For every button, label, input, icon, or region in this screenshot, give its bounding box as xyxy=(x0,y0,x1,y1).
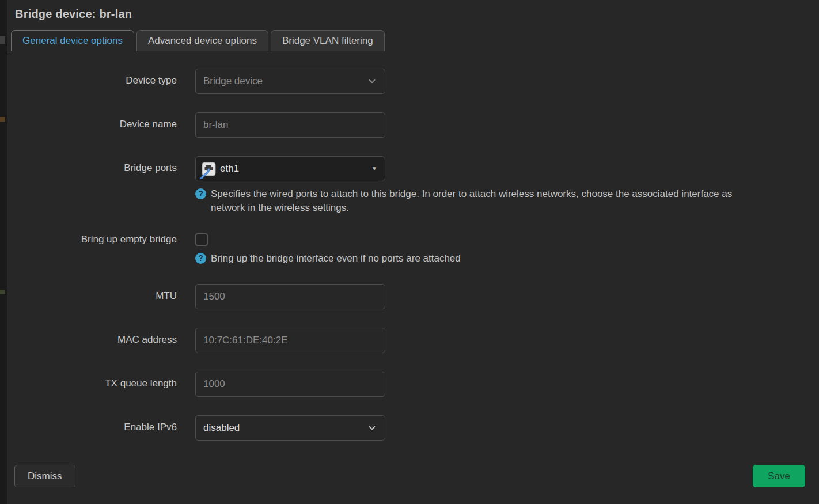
mac-address-label: MAC address xyxy=(7,328,195,353)
help-question-icon: ? xyxy=(195,188,206,199)
tab-advanced-device-options[interactable]: Advanced device options xyxy=(136,30,268,51)
page-behind-modal xyxy=(0,0,7,504)
ethernet-port-icon xyxy=(200,162,216,179)
mac-address-input[interactable] xyxy=(195,328,385,353)
modal-title: Bridge device: br-lan xyxy=(7,0,819,21)
tx-queue-length-input[interactable] xyxy=(195,372,385,397)
field-row-tx-queue-length: TX queue length xyxy=(7,372,819,397)
modal-footer: Dismiss Save xyxy=(7,465,819,487)
tab-label: General device options xyxy=(22,35,123,47)
backdrop-artifact xyxy=(0,36,5,44)
field-row-bridge-ports: Bridge ports eth1 xyxy=(7,156,819,215)
tab-general-device-options[interactable]: General device options xyxy=(11,30,134,51)
tab-bar: General device options Advanced device o… xyxy=(7,29,819,51)
device-type-select[interactable]: Bridge device xyxy=(195,69,385,94)
bridge-port-item: eth1 xyxy=(200,158,239,179)
bridge-ports-help: ? Specifies the wired ports to attach to… xyxy=(195,187,763,215)
bridge-device-modal: Bridge device: br-lan General device opt… xyxy=(7,0,819,504)
device-type-label: Device type xyxy=(7,69,195,94)
bridge-ports-dropdown[interactable]: eth1 ▼ xyxy=(195,156,385,181)
chevron-down-icon xyxy=(367,423,377,433)
device-name-input[interactable] xyxy=(195,112,385,138)
field-row-enable-ipv6: Enable IPv6 disabled xyxy=(7,415,819,441)
device-type-value: Bridge device xyxy=(203,75,263,87)
backdrop-artifact xyxy=(0,290,5,294)
field-row-bring-up-empty-bridge: Bring up empty bridge ? Bring up the bri… xyxy=(7,233,819,266)
bridge-ports-label: Bridge ports xyxy=(7,156,195,215)
dismiss-button[interactable]: Dismiss xyxy=(14,465,75,487)
enable-ipv6-select[interactable]: disabled xyxy=(195,415,385,441)
field-row-mac-address: MAC address xyxy=(7,328,819,353)
help-text: Bring up the bridge interface even if no… xyxy=(211,252,461,266)
field-row-device-type: Device type Bridge device xyxy=(7,69,819,94)
help-text: Specifies the wired ports to attach to t… xyxy=(211,187,763,215)
field-row-device-name: Device name xyxy=(7,112,819,138)
general-options-form: Device type Bridge device Device name Br… xyxy=(7,51,819,441)
tab-label: Bridge VLAN filtering xyxy=(282,35,373,47)
bring-up-empty-bridge-label: Bring up empty bridge xyxy=(7,233,195,266)
save-button[interactable]: Save xyxy=(753,465,805,487)
help-question-icon: ? xyxy=(195,253,206,264)
field-row-mtu: MTU xyxy=(7,284,819,309)
backdrop-artifact xyxy=(0,117,5,122)
bring-up-empty-bridge-help: ? Bring up the bridge interface even if … xyxy=(195,252,461,266)
enable-ipv6-value: disabled xyxy=(203,422,240,434)
tx-queue-length-label: TX queue length xyxy=(7,372,195,397)
dropdown-triangle-icon: ▼ xyxy=(371,166,377,172)
tabbar-stub xyxy=(7,29,11,51)
bring-up-empty-bridge-checkbox[interactable] xyxy=(195,233,208,246)
mtu-input[interactable] xyxy=(195,284,385,309)
chevron-down-icon xyxy=(367,76,377,86)
bridge-port-name: eth1 xyxy=(220,163,239,175)
enable-ipv6-label: Enable IPv6 xyxy=(7,415,195,441)
device-name-label: Device name xyxy=(7,112,195,138)
mtu-label: MTU xyxy=(7,284,195,309)
tab-label: Advanced device options xyxy=(148,35,257,47)
tab-bridge-vlan-filtering[interactable]: Bridge VLAN filtering xyxy=(271,30,385,51)
